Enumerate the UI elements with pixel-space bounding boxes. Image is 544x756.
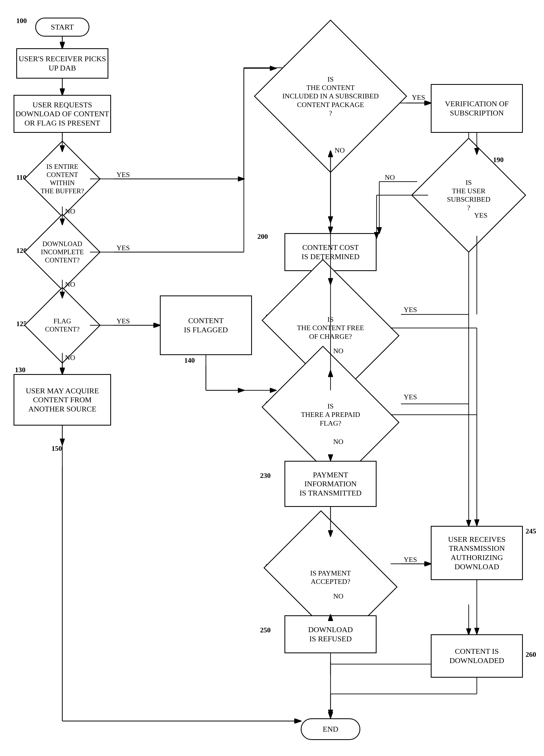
end-node: END [301, 718, 360, 740]
label-250: 250 [260, 626, 271, 634]
no-210: NO [333, 347, 343, 355]
label-150: 150 [52, 445, 62, 453]
diamond-220-label: ISTHERE A PREPAIDFLAG? [301, 402, 360, 427]
diamond-120-label: DOWNLOADINCOMPLETECONTENT? [41, 240, 84, 264]
users-receiver-label: USER'S RECEIVER PICKS UP DAB [17, 54, 108, 72]
yes-170: YES [412, 94, 425, 102]
yes-220: YES [404, 393, 417, 401]
content-cost-node: CONTENT COSTIS DETERMINED [284, 233, 376, 271]
diamond-190-label: ISTHE USERSUBSCRIBED? [447, 178, 490, 212]
label-200: 200 [258, 233, 268, 241]
verification-node: VERIFICATION OFSUBSCRIPTION [431, 84, 523, 133]
yes-120: YES [117, 244, 130, 252]
payment-info-label: PAYMENTINFORMATIONIS TRANSMITTED [299, 470, 362, 498]
user-acquire-node: USER MAY ACQUIRECONTENT FROMANOTHER SOUR… [14, 374, 111, 426]
content-flagged-node: CONTENTIS FLAGGED [160, 295, 252, 355]
flowchart: 100 START USER'S RECEIVER PICKS UP DAB U… [0, 0, 544, 756]
no-110: NO [65, 207, 75, 215]
content-downloaded-label: CONTENT ISDOWNLOADED [449, 647, 504, 665]
label-100: 100 [16, 17, 27, 25]
label-260: 260 [526, 651, 536, 659]
no-120: NO [65, 281, 75, 289]
users-receiver-node: USER'S RECEIVER PICKS UP DAB [16, 48, 108, 79]
verification-label: VERIFICATION OFSUBSCRIPTION [445, 99, 509, 117]
diamond-170-label: ISTHE CONTENTINCLUDED IN A SUBSCRIBEDCON… [282, 75, 379, 117]
no-125: NO [65, 354, 75, 362]
user-receives-node: USER RECEIVESTRANSMISSIONAUTHORIZINGDOWN… [431, 526, 523, 580]
user-receives-label: USER RECEIVESTRANSMISSIONAUTHORIZINGDOWN… [448, 535, 506, 571]
content-downloaded-node: CONTENT ISDOWNLOADED [431, 634, 523, 678]
no-240: NO [333, 592, 343, 600]
content-flagged-label: CONTENTIS FLAGGED [184, 316, 228, 334]
user-requests-label: USER REQUESTSDOWNLOAD OF CONTENTOR FLAG … [15, 100, 109, 128]
diamond-240-label: IS PAYMENTACCEPTED? [310, 569, 351, 586]
diamond-125-label: FLAGCONTENT? [45, 317, 80, 333]
user-acquire-label: USER MAY ACQUIRECONTENT FROMANOTHER SOUR… [26, 386, 99, 414]
label-140: 140 [184, 356, 195, 365]
user-requests-node: USER REQUESTSDOWNLOAD OF CONTENTOR FLAG … [14, 95, 111, 133]
diamond-110-label: IS ENTIRECONTENT WITHINTHE BUFFER? [35, 163, 89, 195]
diamond-210-label: ISTHE CONTENT FREEOF CHARGE? [297, 315, 364, 341]
yes-190: YES [474, 211, 487, 220]
download-refused-label: DOWNLOADIS REFUSED [308, 625, 353, 643]
yes-110: YES [117, 171, 130, 179]
label-230: 230 [260, 472, 271, 480]
start-node: START [35, 18, 89, 37]
yes-210: YES [404, 306, 417, 314]
end-label: END [323, 725, 338, 734]
no-220: NO [333, 438, 343, 446]
no-190: NO [385, 173, 395, 182]
payment-info-node: PAYMENTINFORMATIONIS TRANSMITTED [284, 461, 376, 507]
no-170: NO [334, 146, 345, 155]
start-label: START [51, 22, 74, 32]
content-cost-label: CONTENT COSTIS DETERMINED [301, 243, 359, 261]
yes-240: YES [404, 556, 417, 564]
yes-125: YES [117, 317, 130, 325]
label-245: 245 [526, 527, 536, 535]
download-refused-node: DOWNLOADIS REFUSED [284, 615, 376, 653]
label-130: 130 [15, 366, 25, 374]
